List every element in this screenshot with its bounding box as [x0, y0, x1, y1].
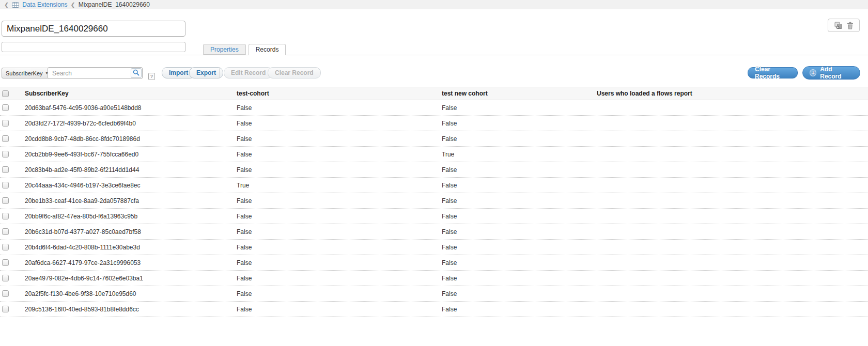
- copy-icon[interactable]: [834, 22, 843, 29]
- add-record-label: Add Record: [820, 66, 853, 80]
- breadcrumb: ❮ Data Extensions ❮ MixpanelDE_164002966…: [0, 0, 868, 9]
- search-field-dropdown[interactable]: SubscriberKey ▾: [2, 68, 52, 78]
- table-row[interactable]: 20bb9f6c-af82-47ea-805d-f6a13963c95b Fal…: [0, 209, 868, 224]
- breadcrumb-current-item: MixpanelDE_1640029660: [79, 1, 150, 8]
- cell-test-cohort: False: [237, 135, 442, 143]
- cell-test-new-cohort: False: [442, 104, 597, 112]
- cell-test-cohort: False: [237, 104, 442, 112]
- cell-subscriberkey: 20b4d6f4-6dad-4c20-808b-1111e30abe3d: [25, 244, 237, 251]
- cell-test-cohort: False: [237, 151, 442, 158]
- row-checkbox[interactable]: [2, 244, 9, 250]
- cell-test-new-cohort: False: [442, 259, 597, 266]
- cell-test-new-cohort: False: [442, 166, 597, 174]
- row-checkbox[interactable]: [2, 120, 9, 127]
- cell-subscriberkey: 20cdd8b8-9cb7-48db-86cc-8fdc7018986d: [25, 135, 237, 143]
- back-chevron-icon[interactable]: ❮: [4, 2, 9, 8]
- table-row[interactable]: 20be1b33-ceaf-41ce-8aa9-2da057887cfa Fal…: [0, 193, 868, 209]
- toolbar-divider: [220, 68, 220, 78]
- cell-subscriberkey: 20b6c31d-b07d-4377-a027-85c0aed7bf58: [25, 228, 237, 235]
- cell-test-cohort: False: [237, 213, 442, 220]
- table-row[interactable]: 20d3fd27-172f-4939-b72c-6cfedb69f4b0 Fal…: [0, 116, 868, 131]
- table-row[interactable]: 20af6dca-6627-4179-97ce-2a31c9996053 Fal…: [0, 255, 868, 271]
- row-checkbox[interactable]: [2, 259, 9, 266]
- cell-test-cohort: False: [237, 259, 442, 266]
- search-icon: [133, 69, 140, 78]
- clear-record-button[interactable]: Clear Record: [268, 67, 321, 78]
- table-row[interactable]: 20d63baf-5476-4c95-9036-a90e5148bdd8 Fal…: [0, 100, 868, 116]
- cell-test-new-cohort: True: [442, 151, 597, 158]
- help-icon[interactable]: ?: [148, 73, 155, 80]
- row-checkbox[interactable]: [2, 275, 9, 281]
- de-name-input[interactable]: [2, 21, 185, 37]
- cell-subscriberkey: 20ae4979-082e-4db6-9c14-7602e6e03ba1: [25, 275, 237, 282]
- cell-test-cohort: False: [237, 275, 442, 282]
- column-header-flows-report[interactable]: Users who loaded a flows report: [597, 90, 868, 97]
- cell-subscriberkey: 20d63baf-5476-4c95-9036-a90e5148bdd8: [25, 104, 237, 112]
- cell-test-new-cohort: False: [442, 290, 597, 297]
- cell-test-cohort: False: [237, 166, 442, 174]
- cell-test-cohort: False: [237, 228, 442, 235]
- breadcrumb-data-extensions-link[interactable]: Data Extensions: [22, 1, 67, 8]
- table-row[interactable]: 20c44aaa-434c-4946-b197-3e3ce6fae8ec Tru…: [0, 178, 868, 193]
- row-checkbox[interactable]: [2, 197, 9, 204]
- cell-subscriberkey: 20bb9f6c-af82-47ea-805d-f6a13963c95b: [25, 213, 237, 220]
- cell-subscriberkey: 20af6dca-6627-4179-97ce-2a31c9996053: [25, 259, 237, 266]
- cell-test-new-cohort: False: [442, 182, 597, 189]
- table-row[interactable]: 209c5136-16f0-40ed-8593-81b8fe8dd6cc Fal…: [0, 302, 868, 317]
- column-header-test-new-cohort[interactable]: test new cohort: [442, 90, 597, 97]
- plus-icon: +: [810, 69, 816, 76]
- table-row[interactable]: 20ae4979-082e-4db6-9c14-7602e6e03ba1 Fal…: [0, 271, 868, 286]
- row-checkbox[interactable]: [2, 290, 9, 297]
- cell-subscriberkey: 20cb2bb9-9ee6-493f-bc67-755fcca66ed0: [25, 151, 237, 158]
- row-checkbox[interactable]: [2, 151, 9, 158]
- table-row[interactable]: 20c83b4b-ad2e-45f0-89b2-6f2114dd1d44 Fal…: [0, 162, 868, 178]
- cell-test-new-cohort: False: [442, 213, 597, 220]
- table-row[interactable]: 20cdd8b8-9cb7-48db-86cc-8fdc7018986d Fal…: [0, 131, 868, 147]
- row-checkbox[interactable]: [2, 228, 9, 235]
- table-row[interactable]: 20b4d6f4-6dad-4c20-808b-1111e30abe3d Fal…: [0, 240, 868, 255]
- cell-test-new-cohort: False: [442, 120, 597, 127]
- cell-subscriberkey: 20c44aaa-434c-4946-b197-3e3ce6fae8ec: [25, 182, 237, 189]
- search-button[interactable]: [131, 68, 142, 78]
- tab-records[interactable]: Records: [249, 44, 286, 55]
- cell-subscriberkey: 20be1b33-ceaf-41ce-8aa9-2da057887cfa: [25, 197, 237, 205]
- cell-test-new-cohort: False: [442, 275, 597, 282]
- column-header-subscriberkey[interactable]: SubscriberKey: [25, 90, 237, 97]
- export-button[interactable]: Export: [189, 67, 223, 78]
- cell-test-new-cohort: False: [442, 244, 597, 251]
- cell-test-new-cohort: False: [442, 197, 597, 205]
- trash-icon[interactable]: [847, 22, 854, 29]
- edit-record-button[interactable]: Edit Record: [224, 67, 273, 78]
- column-header-test-cohort[interactable]: test-cohort: [237, 90, 442, 97]
- table-row[interactable]: 20a2f5fc-f130-4be6-9f38-10e710e95d60 Fal…: [0, 286, 868, 302]
- search-box: [48, 67, 143, 79]
- cell-test-cohort: False: [237, 197, 442, 205]
- table-header-row: SubscriberKey test-cohort test new cohor…: [0, 87, 868, 100]
- row-checkbox[interactable]: [2, 104, 9, 111]
- tab-strip: Properties Records: [0, 44, 868, 55]
- cell-test-cohort: False: [237, 290, 442, 297]
- row-checkbox[interactable]: [2, 166, 9, 173]
- cell-test-new-cohort: False: [442, 228, 597, 235]
- search-field-dropdown-value: SubscriberKey: [6, 70, 43, 76]
- table-body: 20d63baf-5476-4c95-9036-a90e5148bdd8 Fal…: [0, 100, 868, 317]
- row-checkbox[interactable]: [2, 182, 9, 188]
- cell-test-cohort: True: [237, 182, 442, 189]
- select-all-checkbox[interactable]: [2, 90, 9, 97]
- cell-subscriberkey: 209c5136-16f0-40ed-8593-81b8fe8dd6cc: [25, 306, 237, 313]
- row-checkbox[interactable]: [2, 135, 9, 142]
- table-row[interactable]: 20b6c31d-b07d-4377-a027-85c0aed7bf58 Fal…: [0, 224, 868, 240]
- data-extension-grid-icon: [12, 2, 19, 8]
- add-record-button[interactable]: + Add Record: [802, 66, 860, 80]
- row-checkbox[interactable]: [2, 213, 9, 219]
- clear-records-button[interactable]: Clear Records: [748, 67, 798, 78]
- cell-test-new-cohort: False: [442, 135, 597, 143]
- tab-properties[interactable]: Properties: [203, 44, 246, 55]
- cell-test-cohort: False: [237, 120, 442, 127]
- cell-subscriberkey: 20a2f5fc-f130-4be6-9f38-10e710e95d60: [25, 290, 237, 297]
- breadcrumb-separator-chevron: ❮: [71, 2, 75, 8]
- table-row[interactable]: 20cb2bb9-9ee6-493f-bc67-755fcca66ed0 Fal…: [0, 147, 868, 162]
- row-checkbox[interactable]: [2, 306, 9, 312]
- de-action-buttons[interactable]: [828, 19, 860, 32]
- search-input[interactable]: [48, 67, 143, 79]
